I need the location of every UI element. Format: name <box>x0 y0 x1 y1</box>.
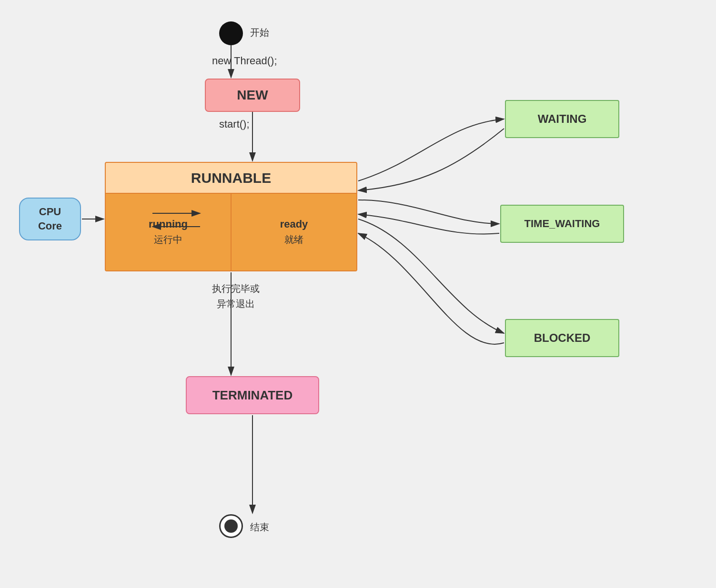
end-circle <box>219 514 243 538</box>
start-label-call: start(); <box>219 118 250 130</box>
ready-cell: ready 就绪 <box>232 194 356 270</box>
arrows-svg <box>0 0 716 588</box>
node-waiting: WAITING <box>505 100 619 138</box>
start-label: 开始 <box>250 26 269 39</box>
node-blocked: BLOCKED <box>505 319 619 357</box>
end-inner <box>224 519 238 533</box>
start-circle <box>219 21 243 45</box>
exec-complete-label: 执行完毕或 异常退出 <box>212 281 260 311</box>
runnable-title: RUNNABLE <box>106 163 356 194</box>
node-runnable: RUNNABLE running 运行中 ready 就绪 <box>105 162 357 271</box>
new-thread-label: new Thread(); <box>212 55 277 67</box>
node-terminated: TERMINATED <box>186 376 319 414</box>
node-time-waiting: TIME_WAITING <box>500 205 624 243</box>
node-cpu: CPU Core <box>19 198 81 240</box>
runnable-bottom: running 运行中 ready 就绪 <box>106 194 356 270</box>
diagram: 开始 new Thread(); NEW start(); RUNNABLE r… <box>0 0 716 588</box>
end-label: 结束 <box>250 521 269 534</box>
running-cell: running 运行中 <box>106 194 232 270</box>
node-new: NEW <box>205 79 300 112</box>
